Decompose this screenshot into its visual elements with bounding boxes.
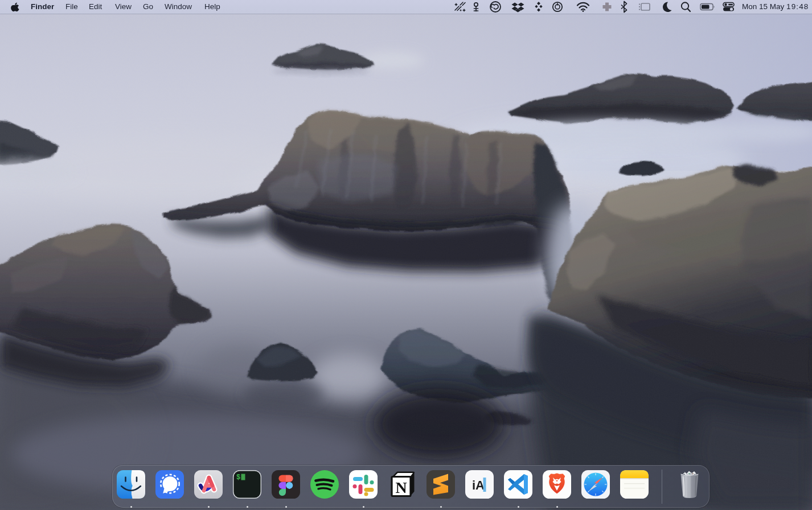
svg-text:iA: iA bbox=[472, 478, 485, 492]
svg-text:$: $ bbox=[236, 474, 240, 482]
svg-text:N: N bbox=[395, 479, 407, 496]
